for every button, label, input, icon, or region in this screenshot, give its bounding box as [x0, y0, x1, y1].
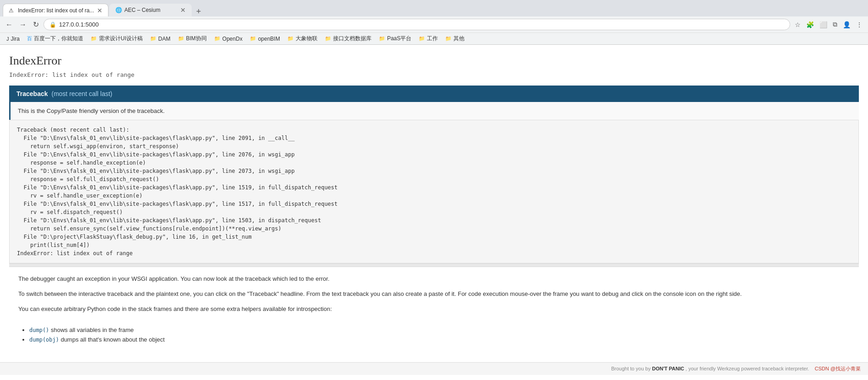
section-divider: [9, 263, 859, 267]
debugger-info: The debugger caught an exception in your…: [9, 267, 859, 326]
debugger-info-paragraph-2: To switch between the interactive traceb…: [18, 289, 850, 299]
bookmark-dam-label: DAM: [158, 36, 171, 42]
extension-puzzle-button[interactable]: 🧩: [804, 19, 816, 30]
bookmark-baidu-label: 百度一下，你就知道: [34, 35, 83, 43]
helpers-section: dump() shows all variables in the frame …: [9, 326, 859, 353]
menu-button[interactable]: ⋮: [854, 19, 864, 30]
address-bar[interactable]: 🔒 127.0.0.1:5000: [43, 19, 790, 30]
reload-button[interactable]: ↻: [31, 18, 41, 31]
split-screen-button[interactable]: ⧉: [831, 19, 839, 30]
bookmark-openbim-label: openBIM: [258, 36, 280, 42]
forward-button[interactable]: →: [17, 19, 28, 31]
bookmark-dam[interactable]: 📁 DAM: [147, 35, 173, 43]
new-tab-button[interactable]: +: [193, 7, 205, 16]
helper-item-1: dump() shows all variables in the frame: [29, 326, 850, 333]
traceback-code-block: Traceback (most recent call last): File …: [9, 120, 859, 263]
folder-paas-icon: 📁: [379, 36, 385, 42]
debugger-info-paragraph-1: The debugger caught an exception in your…: [18, 274, 850, 284]
footer-suffix: , your friendly Werkzeug powered traceba…: [685, 366, 809, 371]
tab-title-1: IndexError: list index out of ra...: [18, 7, 94, 14]
bookmark-openbim[interactable]: 📁 openBIM: [247, 35, 283, 43]
bookmark-paas-label: PaaS平台: [387, 35, 411, 43]
folder-opendx-icon: 📁: [214, 36, 221, 42]
traceback-description: This is the Copy/Paste friendly version …: [9, 102, 859, 120]
page-content: IndexError IndexError: list index out of…: [0, 45, 868, 362]
tab-inactive[interactable]: 🌐 AEC – Cesium ✕: [109, 4, 192, 16]
tab-close-1[interactable]: ✕: [97, 7, 102, 14]
address-bar-row: ← → ↻ 🔒 127.0.0.1:5000 ☆ 🧩 ⬜ ⧉ 👤 ⋮: [0, 16, 868, 32]
bookmark-bim[interactable]: 📁 BIM协同: [175, 34, 210, 43]
address-text: 127.0.0.1:5000: [59, 21, 99, 28]
bookmark-opendx[interactable]: 📁 OpenDx: [211, 35, 245, 43]
profile-button[interactable]: 👤: [841, 19, 852, 30]
traceback-description-text: This is the Copy/Paste friendly version …: [18, 107, 165, 114]
tab-bar-wrapper: ⚠ IndexError: list index out of ra... ✕ …: [0, 0, 868, 16]
folder-openbim-icon: 📁: [250, 36, 256, 42]
security-lock-icon: 🔒: [49, 21, 56, 28]
bookmarks-bar: J Jira 百 百度一下，你就知道 📁 需求设计UI设计稿 📁 DAM 📁 B…: [0, 32, 868, 44]
tab-title-2: AEC – Cesium: [124, 7, 178, 13]
bookmark-baidu[interactable]: 百 百度一下，你就知道: [24, 34, 86, 43]
bookmark-jira[interactable]: J Jira: [4, 35, 22, 43]
browser-chrome: ⚠ IndexError: list index out of ra... ✕ …: [0, 0, 868, 45]
folder-elephant-icon: 📁: [287, 36, 294, 42]
folder-other-icon: 📁: [445, 36, 452, 42]
tab-favicon-1: ⚠: [9, 7, 15, 14]
bookmark-paas[interactable]: 📁 PaaS平台: [376, 34, 414, 43]
traceback-header[interactable]: Traceback (most recent call last): [9, 86, 859, 102]
footer-csdn: CSDN @找运小青菜: [815, 366, 861, 371]
helper-1-code: dump(): [29, 327, 49, 333]
helpers-list: dump() shows all variables in the frame …: [29, 326, 850, 343]
helper-item-2: dump(obj) dumps all that's known about t…: [29, 336, 850, 343]
helper-1-text: shows all variables in the frame: [51, 326, 134, 333]
traceback-subtitle: (most recent call last): [52, 90, 113, 97]
tab-close-2[interactable]: ✕: [180, 6, 186, 14]
footer-text: Brought to you by: [611, 366, 652, 371]
tab-bar: ⚠ IndexError: list index out of ra... ✕ …: [0, 0, 868, 16]
bookmark-elephant-iot[interactable]: 📁 大象物联: [285, 34, 320, 43]
bookmark-other-label: 其他: [453, 35, 464, 43]
footer-brand: DON'T PANIC: [652, 366, 684, 371]
folder-ui-icon: 📁: [91, 36, 97, 42]
tab-active[interactable]: ⚠ IndexError: list index out of ra... ✕: [3, 4, 108, 16]
bookmark-star-button[interactable]: ☆: [793, 19, 803, 30]
debugger-info-paragraph-3: You can execute arbitrary Python code in…: [18, 305, 850, 314]
error-title: IndexError: [9, 54, 859, 68]
bookmark-elephant-iot-label: 大象物联: [296, 35, 318, 43]
folder-api-icon: 📁: [325, 36, 331, 42]
tab-favicon-2: 🌐: [115, 7, 122, 13]
bookmark-work[interactable]: 📁 工作: [416, 34, 441, 43]
helper-2-code: dump(obj): [29, 337, 59, 343]
back-button[interactable]: ←: [4, 19, 15, 31]
bookmark-jira-label: Jira: [11, 36, 20, 42]
screenshot-button[interactable]: ⬜: [818, 19, 829, 30]
bookmark-ui-design-label: 需求设计UI设计稿: [99, 35, 143, 43]
folder-work-icon: 📁: [419, 36, 425, 42]
bookmark-api-docs[interactable]: 📁 接口文档数据库: [322, 34, 374, 43]
bookmark-api-docs-label: 接口文档数据库: [333, 35, 372, 43]
bookmark-bim-label: BIM协同: [186, 35, 207, 43]
toolbar-icons: ☆ 🧩 ⬜ ⧉ 👤 ⋮: [793, 19, 864, 30]
jira-icon: J: [6, 36, 9, 42]
helper-2-text: dumps all that's known about the object: [61, 336, 165, 343]
bookmark-opendx-label: OpenDx: [222, 36, 243, 42]
bookmark-other[interactable]: 📁 其他: [442, 34, 467, 43]
folder-dam-icon: 📁: [150, 36, 156, 42]
footer-bar: Brought to you by DON'T PANIC , your fri…: [0, 362, 868, 375]
bookmark-ui-design[interactable]: 📁 需求设计UI设计稿: [88, 34, 146, 43]
error-subtitle: IndexError: list index out of range: [9, 71, 859, 78]
folder-bim-icon: 📁: [178, 36, 184, 42]
traceback-title: Traceback: [16, 90, 48, 97]
baidu-icon: 百: [27, 35, 32, 42]
bookmark-work-label: 工作: [427, 35, 438, 43]
